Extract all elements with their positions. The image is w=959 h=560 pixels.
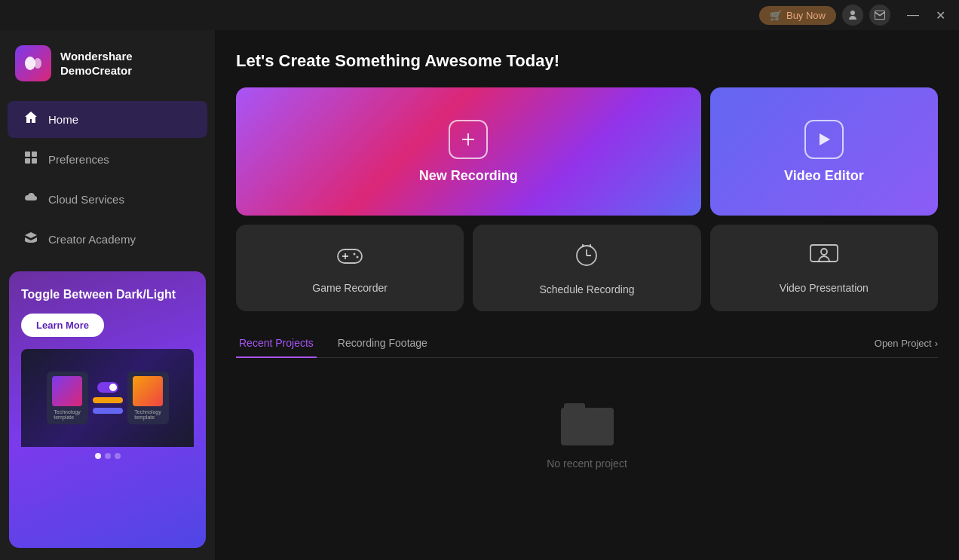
- tabs-row: Recent Projects Recording Footage Open P…: [236, 329, 938, 358]
- close-button[interactable]: ✕: [931, 5, 950, 26]
- sidebar-item-home[interactable]: Home: [8, 101, 207, 138]
- buy-now-label: Buy Now: [786, 10, 826, 21]
- mail-icon: [874, 9, 886, 21]
- clock-svg: [572, 240, 601, 269]
- window-controls: — ✕: [902, 5, 950, 26]
- person-screen-icon: [809, 242, 839, 274]
- game-recorder-card[interactable]: Game Recorder: [236, 225, 464, 311]
- sidebar-item-preferences[interactable]: Preferences: [8, 141, 207, 178]
- sidebar-item-creator-academy[interactable]: Creator Academy: [8, 221, 207, 258]
- user-icon-button[interactable]: [842, 5, 863, 26]
- svg-point-20: [821, 249, 827, 255]
- sidebar-item-label-cloud: Cloud Services: [48, 193, 124, 206]
- logo-icon: [15, 45, 51, 81]
- user-icon: [847, 9, 859, 21]
- cart-icon: 🛒: [770, 10, 782, 21]
- svg-rect-4: [25, 158, 30, 164]
- folder-icon: [561, 403, 614, 445]
- sidebar: Wondershare DemoCreator Home Preferences…: [0, 30, 215, 560]
- video-editor-icon-wrapper: [804, 120, 844, 159]
- svg-rect-5: [32, 158, 37, 164]
- svg-point-0: [25, 57, 35, 70]
- grid-icon: [23, 151, 39, 168]
- titlebar: 🛒 Buy Now — ✕: [0, 0, 959, 30]
- promo-preview: Technologytemplate Technologytemplate: [21, 349, 194, 447]
- video-presentation-label: Video Presentation: [780, 282, 869, 294]
- promo-dots: [21, 447, 194, 465]
- promo-toggle: [97, 382, 118, 393]
- app-body: Wondershare DemoCreator Home Preferences…: [0, 30, 959, 560]
- gamepad-svg: [335, 243, 365, 268]
- sidebar-item-cloud-services[interactable]: Cloud Services: [8, 181, 207, 218]
- mail-icon-button[interactable]: [869, 5, 890, 26]
- logo-svg: [23, 53, 44, 74]
- open-project-label: Open Project: [875, 338, 932, 349]
- presentation-svg: [809, 242, 839, 268]
- svg-rect-19: [810, 245, 838, 262]
- svg-marker-8: [820, 133, 830, 145]
- schedule-recording-card[interactable]: Schedule Recording: [473, 225, 700, 311]
- minimize-button[interactable]: —: [902, 5, 924, 25]
- open-project-link[interactable]: Open Project ›: [875, 338, 938, 349]
- svg-point-13: [357, 256, 359, 258]
- home-icon: [23, 111, 39, 128]
- svg-point-1: [34, 58, 41, 69]
- play-icon: [815, 130, 833, 148]
- tab-recent-projects[interactable]: Recent Projects: [236, 329, 317, 358]
- cards-grid: New Recording Video Editor: [236, 87, 938, 311]
- main-content: Let's Create Something Awesome Today! Ne…: [215, 30, 959, 560]
- logo-text: Wondershare DemoCreator: [60, 49, 200, 78]
- svg-rect-2: [25, 151, 30, 157]
- schedule-recording-label: Schedule Recording: [539, 283, 634, 295]
- svg-point-12: [354, 252, 356, 255]
- new-recording-card[interactable]: New Recording: [236, 87, 701, 216]
- video-editor-label: Video Editor: [784, 168, 864, 184]
- new-recording-label: New Recording: [419, 168, 518, 184]
- sidebar-item-label-home: Home: [48, 113, 78, 126]
- gamepad-icon: [335, 243, 365, 274]
- sidebar-item-label-preferences: Preferences: [48, 153, 109, 166]
- game-recorder-label: Game Recorder: [312, 282, 388, 294]
- video-editor-card[interactable]: Video Editor: [710, 87, 938, 216]
- cloud-icon: [23, 191, 39, 208]
- page-heading: Let's Create Something Awesome Today!: [236, 51, 938, 71]
- promo-banner: Toggle Between Dark/Light Learn More Tec…: [9, 271, 206, 548]
- sidebar-item-label-academy: Creator Academy: [48, 233, 136, 246]
- logo-area: Wondershare DemoCreator: [0, 30, 215, 99]
- video-presentation-card[interactable]: Video Presentation: [710, 225, 938, 311]
- promo-mini-card-2: Technologytemplate: [127, 372, 169, 424]
- buy-now-button[interactable]: 🛒 Buy Now: [759, 6, 836, 25]
- svg-rect-3: [32, 151, 37, 157]
- learn-more-button[interactable]: Learn More: [21, 314, 104, 337]
- plus-icon: [459, 130, 477, 148]
- graduation-icon: [23, 231, 39, 248]
- promo-mini-card-1: Technologytemplate: [47, 372, 88, 424]
- clock-icon: [572, 240, 601, 276]
- empty-state-text: No recent project: [547, 457, 627, 470]
- new-recording-icon-wrapper: [449, 120, 488, 159]
- chevron-right-icon: ›: [935, 338, 938, 349]
- svg-rect-9: [338, 249, 362, 263]
- tab-recording-footage[interactable]: Recording Footage: [335, 329, 430, 358]
- empty-state: No recent project: [236, 373, 938, 500]
- promo-title: Toggle Between Dark/Light: [21, 286, 194, 303]
